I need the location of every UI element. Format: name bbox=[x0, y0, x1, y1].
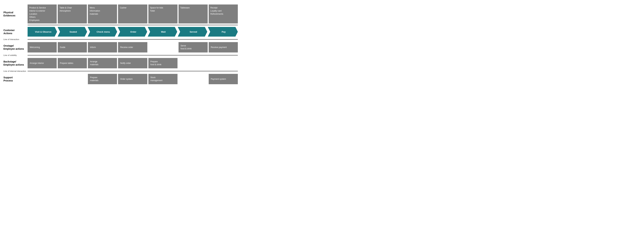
top-separator bbox=[4, 25, 238, 25]
sp-cells-box-5 bbox=[178, 74, 208, 84]
backstage-row: Backstage/ Employee actions Arrange inte… bbox=[4, 57, 238, 69]
sp-cells-box-2: Prepare materials bbox=[88, 74, 117, 84]
physical-evidences-label: Physical Evidences bbox=[4, 4, 28, 25]
ca-box-1: Seated bbox=[58, 27, 87, 37]
os-cells-box-0: Welcoming bbox=[28, 42, 57, 53]
pe-box-3: Casher bbox=[118, 5, 147, 24]
line-visibility-rule bbox=[28, 55, 238, 55]
onstage-label: Onstage/ Employee actions bbox=[4, 41, 28, 54]
service-blueprint: Physical Evidences Product & Service Int… bbox=[4, 4, 238, 85]
sp-cells-box-4: Stock management bbox=[148, 74, 178, 84]
pe-box-0: Product & Service Interior & exterior Lo… bbox=[28, 5, 57, 24]
sp-cells-box-6: Payment system bbox=[209, 74, 238, 84]
line-interaction-label: Line of Interaction bbox=[4, 38, 28, 40]
ca-box-2: Check menu bbox=[88, 27, 117, 37]
os-cells-box-5: Serve food & drink bbox=[178, 42, 208, 53]
pe-box-5: Tableware bbox=[178, 5, 208, 24]
pe-box-4: Space for kids Toilet bbox=[148, 5, 178, 24]
bs-cells-box-0: Arrange interior bbox=[28, 58, 57, 68]
bs-cells-box-6 bbox=[209, 58, 238, 68]
os-cells-box-1: Guide bbox=[58, 42, 87, 53]
physical-evidences-cells: Product & Service Interior & exterior Lo… bbox=[28, 4, 238, 25]
ca-box-6: Pay bbox=[208, 27, 238, 37]
support-process-cells: Prepare materialsOrder systemStock manag… bbox=[28, 73, 238, 85]
sp-cells-box-0 bbox=[28, 74, 57, 84]
customer-actions-cells: Visit & ObserveSeatedCheck menuOrderWait… bbox=[28, 26, 238, 38]
sp-cells-box-1 bbox=[58, 74, 87, 84]
bs-cells-box-4: Prepare food & drink bbox=[148, 58, 178, 68]
customer-actions-row: Customer Actions Visit & ObserveSeatedCh… bbox=[4, 26, 238, 38]
physical-evidences-row: Physical Evidences Product & Service Int… bbox=[4, 4, 238, 25]
sp-cells-box-3: Order system bbox=[118, 74, 147, 84]
pe-box-6: Receipt Loyalty card Refreshments bbox=[209, 5, 238, 24]
os-cells-box-2: Inform bbox=[88, 42, 117, 53]
ca-box-0: Visit & Observe bbox=[28, 27, 57, 37]
ca-box-4: Wait bbox=[148, 27, 177, 37]
os-cells-box-4 bbox=[148, 42, 178, 53]
customer-actions-label: Customer Actions bbox=[4, 26, 28, 38]
onstage-cells: WelcomingGuideInformReceive orderServe f… bbox=[28, 41, 238, 54]
ca-box-5: Served bbox=[178, 27, 207, 37]
ca-box-3: Order bbox=[118, 27, 147, 37]
pe-box-2: Menu Information materials bbox=[88, 5, 117, 24]
bs-cells-box-5 bbox=[178, 58, 208, 68]
line-internal-label: Line of internal interaction bbox=[4, 70, 28, 72]
line-visibility-label: Line of visibility bbox=[4, 54, 28, 56]
onstage-row: Onstage/ Employee actions WelcomingGuide… bbox=[4, 41, 238, 54]
line-internal-rule bbox=[28, 71, 238, 71]
bs-cells-box-2: Arrange materials bbox=[88, 58, 117, 68]
os-cells-box-6: Receive payment bbox=[209, 42, 238, 53]
backstage-cells: Arrange interiorPrepare tablesArrange ma… bbox=[28, 57, 238, 69]
pe-box-1: Table & Chair Atmosphere bbox=[58, 5, 87, 24]
os-cells-box-3: Receive order bbox=[118, 42, 147, 53]
line-of-interaction: Line of Interaction bbox=[4, 38, 238, 40]
backstage-label: Backstage/ Employee actions bbox=[4, 57, 28, 69]
line-of-visibility: Line of visibility bbox=[4, 54, 238, 56]
line-interaction-rule bbox=[28, 39, 238, 40]
line-of-internal-interaction: Line of internal interaction bbox=[4, 70, 238, 72]
support-process-row: Support Process Prepare materialsOrder s… bbox=[4, 73, 238, 85]
bs-cells-box-1: Prepare tables bbox=[58, 58, 87, 68]
bs-cells-box-3: Notify order bbox=[118, 58, 147, 68]
support-process-label: Support Process bbox=[4, 73, 28, 85]
